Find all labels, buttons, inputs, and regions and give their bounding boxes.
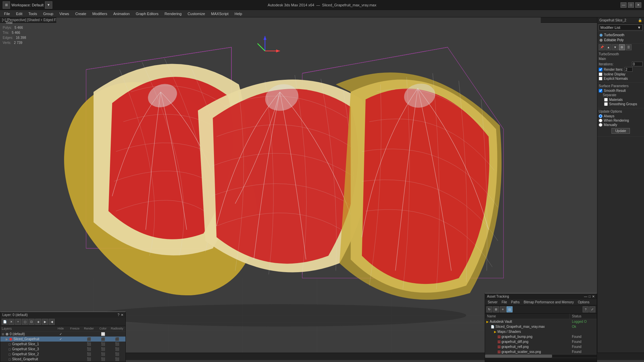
select-current-btn[interactable]: ⊡ — [29, 319, 35, 325]
collapse-btn[interactable]: ◀ — [49, 319, 55, 325]
asset-restore-btn[interactable]: □ — [589, 295, 591, 298]
menu-maxscript[interactable]: MAXScript — [208, 11, 231, 16]
smoothing-groups-checkbox[interactable] — [604, 102, 608, 106]
layer-sliced-render[interactable]: ⬛ — [82, 337, 96, 341]
modifier-editable-poly[interactable]: Editable Poly — [598, 38, 643, 43]
asset-menu-server[interactable]: Server — [486, 300, 499, 304]
menu-rendering[interactable]: Rendering — [162, 11, 184, 16]
menu-file[interactable]: File — [1, 11, 13, 16]
layer-slice2-render[interactable]: ⬛ — [82, 352, 96, 356]
asset-expand-btn[interactable]: ⤢ — [589, 306, 595, 312]
layer-slice3-color[interactable]: ⬛ — [96, 347, 110, 351]
layer-default-color[interactable]: ⬜ — [96, 332, 110, 336]
asset-scroll-thumb[interactable] — [485, 355, 552, 358]
expand-btn[interactable]: ▶ — [42, 319, 48, 325]
layer-slice3-render[interactable]: ⬛ — [82, 347, 96, 351]
layer-slice1-render[interactable]: ⬛ — [82, 342, 96, 346]
workspace-dropdown[interactable]: ▼ — [45, 1, 52, 9]
asset-merge-btn[interactable]: ⊞ — [493, 306, 499, 312]
menu-edit[interactable]: Edit — [13, 11, 25, 16]
modifier-list-dropdown[interactable]: Modifier List ▼ — [599, 24, 643, 31]
select-layer-objects-btn[interactable]: ◻ — [22, 319, 28, 325]
layer-slice2-icon: ◻ — [8, 353, 11, 356]
close-button[interactable]: ✕ — [635, 2, 641, 8]
layer-sliced-color[interactable]: ⬛ — [96, 337, 110, 341]
isoline-checkbox[interactable] — [599, 72, 602, 76]
delete-layer-btn[interactable]: ✕ — [8, 319, 14, 325]
asset-help-btn[interactable]: ? — [583, 306, 589, 312]
update-button[interactable]: Update — [611, 128, 630, 134]
maximize-button[interactable]: □ — [628, 2, 634, 8]
menu-create[interactable]: Create — [72, 11, 89, 16]
layer-sliced2-color[interactable]: ⬛ — [96, 357, 110, 361]
layer-row-sliced2[interactable]: ◻ Sliced_Grapefruit ⬛ ⬛ ⬛ — [0, 357, 125, 362]
render-iters-checkbox[interactable] — [599, 68, 602, 71]
asset-menu-bitmap[interactable]: Bitmap Performance and Memory — [522, 300, 575, 304]
asset-minimize-btn[interactable]: — — [584, 295, 587, 298]
asset-detail-btn[interactable]: ▤ — [506, 306, 513, 312]
asset-menu-paths[interactable]: Paths — [510, 300, 521, 304]
minimize-button[interactable]: — — [621, 2, 627, 8]
move-up-icon[interactable]: ▲ — [605, 44, 611, 50]
app-icon[interactable]: ⊞ — [3, 1, 10, 9]
asset-row-file[interactable]: 📄 Sliced_Grapefruit_max_vray.max Ok — [485, 324, 597, 329]
highlight-btn[interactable]: ◈ — [35, 319, 41, 325]
layer-row-sliced[interactable]: ▶ Sliced_Grapefruit ✓ ⬛ ⬛ ⬛ — [0, 337, 125, 342]
manually-radio[interactable] — [599, 123, 602, 127]
layer-sliced2-render[interactable]: ⬛ — [82, 357, 96, 361]
asset-menu-options[interactable]: Options — [577, 300, 591, 304]
asset-menu-file[interactable]: File — [500, 300, 508, 304]
show-all-icon[interactable]: ☰ — [626, 44, 632, 50]
layer-slice3-radio[interactable]: ⬛ — [110, 347, 124, 351]
menu-help[interactable]: Help — [232, 11, 245, 16]
layer-slice1-radio[interactable]: ⬛ — [110, 342, 124, 346]
layer-slice1-color[interactable]: ⬛ — [96, 342, 110, 346]
menu-views[interactable]: Views — [57, 11, 72, 16]
asset-row-maps[interactable]: ▶ Maps / Shaders — [485, 329, 597, 334]
asset-scrollbar[interactable] — [485, 354, 597, 358]
always-radio[interactable] — [599, 114, 602, 118]
move-down-icon[interactable]: ▼ — [612, 44, 618, 50]
asset-row-scatter[interactable]: 🖼 grapefruit_scatter_sss.png Found — [485, 349, 597, 354]
asset-row-vault[interactable]: ▶ Autodesk Vault Logged O — [485, 319, 597, 324]
menu-modifiers[interactable]: Modifiers — [90, 11, 110, 16]
asset-row-refl[interactable]: 🖼 grapefruit_refl.png Found — [485, 344, 597, 349]
asset-close-btn[interactable]: ✕ — [592, 295, 595, 298]
menu-tools[interactable]: Tools — [26, 11, 40, 16]
modifier-bulb-turbosmooth[interactable] — [599, 34, 603, 37]
modifier-bulb-editable-poly[interactable] — [599, 39, 603, 42]
asset-row-diff[interactable]: 🖼 grapefruit_diff.png Found — [485, 339, 597, 344]
layer-row-slice1[interactable]: ◻ Grapefruit Slice_1 ⬛ ⬛ ⬛ — [0, 342, 125, 347]
iterations-input[interactable] — [632, 62, 643, 66]
add-selection-btn[interactable]: + — [15, 319, 21, 325]
layers-help-icon[interactable]: ? — [117, 313, 119, 317]
layers-close-icon[interactable]: ✕ — [121, 313, 123, 317]
configure-icon[interactable]: ⚙ — [619, 44, 625, 50]
materials-checkbox[interactable] — [604, 98, 608, 102]
explicit-normals-checkbox[interactable] — [599, 77, 602, 80]
new-layer-btn[interactable]: 📄 — [2, 319, 8, 325]
asset-row-bump[interactable]: 🖼 grapefruit_bump.png Found — [485, 334, 597, 339]
layer-row-slice2[interactable]: ◻ Grapefruit Slice_2 ⬛ ⬛ ⬛ — [0, 352, 125, 357]
layer-default-hide[interactable]: ✓ — [54, 332, 68, 336]
panel-icon-row: 📌 ▲ ▼ ⚙ ☰ — [597, 44, 644, 51]
modifier-turbosmooth[interactable]: TurboSmooth — [598, 33, 643, 38]
pin-icon[interactable]: 📌 — [599, 44, 605, 50]
when-rendering-radio[interactable] — [599, 119, 602, 122]
asset-reload-btn[interactable]: ↻ — [486, 306, 492, 312]
layer-sliced2-radio[interactable]: ⬛ — [110, 357, 124, 361]
menu-graph-editors[interactable]: Graph Editors — [133, 11, 161, 16]
layer-slice2-radio[interactable]: ⬛ — [110, 352, 124, 356]
layer-sliced-radio[interactable]: ⬛ — [110, 337, 124, 341]
layer-sliced-hide[interactable]: ✓ — [54, 337, 68, 341]
menu-group[interactable]: Group — [40, 11, 56, 16]
asset-list-btn[interactable]: ≡ — [500, 306, 506, 312]
render-iters-input[interactable] — [625, 67, 633, 72]
smooth-result-checkbox[interactable] — [599, 89, 602, 93]
layer-row-slice3[interactable]: ◻ Grapefruit Slice_3 ⬛ ⬛ ⬛ — [0, 347, 125, 352]
layer-slice2-color[interactable]: ⬛ — [96, 352, 110, 356]
diff-label: grapefruit_diff.png — [501, 340, 528, 344]
menu-animation[interactable]: Animation — [111, 11, 132, 16]
layer-row-default[interactable]: ⊞ 0 (default) ✓ ⬜ — [0, 331, 125, 337]
menu-customize[interactable]: Customize — [185, 11, 208, 16]
